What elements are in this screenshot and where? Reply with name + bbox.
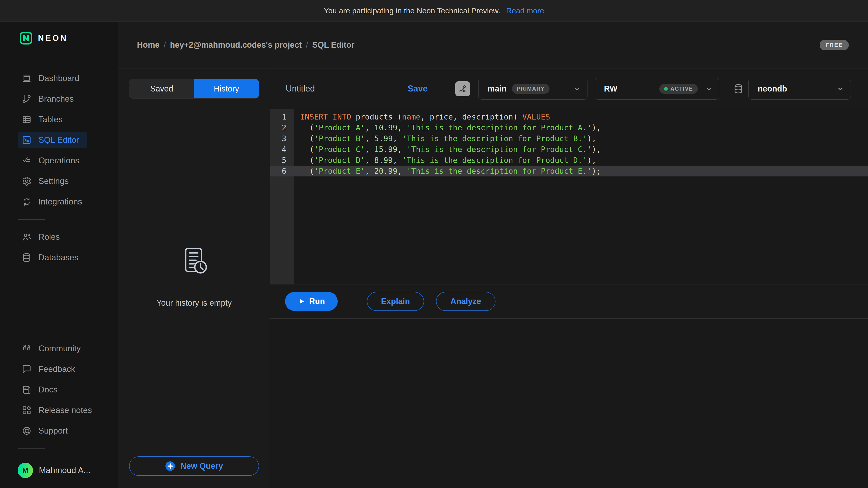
user-menu[interactable]: M Mahmoud A...	[18, 463, 118, 478]
run-button[interactable]: Run	[285, 292, 338, 311]
sidebar-item-label: Settings	[38, 176, 69, 186]
breadcrumb-separator: /	[164, 40, 166, 50]
breadcrumb-separator: /	[306, 40, 308, 50]
sidebar-item-databases[interactable]: Databases	[18, 250, 87, 265]
sidebar-item-integrations[interactable]: Integrations	[18, 194, 90, 210]
sidebar-item-release-notes[interactable]: Release notes	[18, 402, 100, 418]
editor-action-bar: Run Explain Analyze	[270, 284, 868, 319]
plan-badge[interactable]: FREE	[819, 40, 849, 51]
code-line-content: ('Product B', 5.99, 'This is the descrip…	[294, 133, 596, 144]
code-editor[interactable]: 1INSERT INTO products (name, price, desc…	[270, 109, 868, 284]
dashboard-icon	[22, 73, 32, 84]
database-icon	[733, 84, 743, 94]
sidebar: NEON DashboardBranchesTablesSQL EditorOp…	[0, 22, 118, 488]
queries-panel-footer: New Query	[118, 444, 270, 488]
user-name: Mahmoud A...	[39, 466, 90, 475]
tab-saved[interactable]: Saved	[129, 79, 194, 98]
explain-button[interactable]: Explain	[367, 292, 424, 311]
neon-logo[interactable]: NEON	[0, 30, 118, 46]
neon-wordmark: NEON	[38, 33, 68, 43]
plus-circle-icon	[165, 461, 176, 471]
breadcrumb-home[interactable]: Home	[137, 40, 160, 50]
code-line-content: INSERT INTO products (name, price, descr…	[294, 111, 550, 122]
code-line[interactable]: 3 ('Product B', 5.99, 'This is the descr…	[270, 133, 868, 144]
branch-tree-button[interactable]	[455, 81, 470, 96]
sql-editor-pane: Untitled Save main PRIMAR	[270, 68, 868, 488]
code-line-content: ('Product C', 15.99, 'This is the descri…	[294, 144, 601, 155]
code-line[interactable]: 1INSERT INTO products (name, price, desc…	[270, 111, 868, 122]
line-number: 2	[270, 122, 294, 133]
community-icon	[22, 344, 32, 354]
breadcrumb-current-page: SQL Editor	[312, 40, 354, 50]
active-badge-label: ACTIVE	[671, 86, 693, 92]
sidebar-item-label: Tables	[38, 115, 63, 124]
sidebar-item-label: Integrations	[38, 197, 82, 206]
table-icon	[22, 115, 32, 125]
checklist-icon	[22, 156, 32, 166]
divider	[444, 80, 444, 98]
sidebar-item-operations[interactable]: Operations	[18, 153, 88, 168]
sidebar-item-feedback[interactable]: Feedback	[18, 361, 84, 377]
line-number: 1	[270, 111, 294, 122]
sidebar-item-docs[interactable]: Docs	[18, 382, 66, 398]
branch-select[interactable]: main PRIMARY	[478, 78, 587, 100]
integrations-icon	[22, 197, 32, 207]
speech-bubble-icon	[22, 364, 32, 374]
queries-panel: Saved History	[118, 68, 270, 488]
play-icon	[298, 298, 305, 305]
sidebar-item-label: Roles	[38, 232, 60, 242]
sidebar-item-label: Branches	[38, 94, 74, 104]
database-select[interactable]: neondb	[748, 78, 851, 100]
page-header: Home / hey+2@mahmoud.codes's project / S…	[118, 22, 868, 68]
query-title[interactable]: Untitled	[286, 84, 315, 94]
code-line[interactable]: 4 ('Product C', 15.99, 'This is the desc…	[270, 144, 868, 155]
code-line[interactable]: 5 ('Product D', 8.99, 'This is the descr…	[270, 155, 868, 166]
code-line[interactable]: 6 ('Product E', 20.99, 'This is the desc…	[270, 166, 868, 176]
git-branch-icon	[458, 84, 467, 94]
shapes-icon	[22, 405, 32, 415]
lifebuoy-icon	[22, 426, 32, 436]
save-button[interactable]: Save	[408, 84, 428, 94]
line-number: 3	[270, 133, 294, 144]
sidebar-item-sql-editor[interactable]: SQL Editor	[18, 132, 87, 148]
users-icon	[22, 232, 32, 242]
sidebar-item-label: Support	[38, 426, 68, 435]
primary-badge: PRIMARY	[512, 84, 550, 94]
compute-name: RW	[604, 84, 617, 94]
code-line-content: ('Product D', 8.99, 'This is the descrip…	[294, 155, 596, 166]
code-line[interactable]: 2 ('Product A', 10.99, 'This is the desc…	[270, 122, 868, 133]
breadcrumb: Home / hey+2@mahmoud.codes's project / S…	[137, 40, 354, 50]
editor-header: Untitled Save main PRIMAR	[270, 68, 868, 109]
run-label: Run	[309, 297, 325, 306]
saved-history-tabs: Saved History	[129, 79, 259, 98]
banner-text: You are participating in the Neon Techni…	[324, 6, 500, 15]
sidebar-item-dashboard[interactable]: Dashboard	[18, 70, 88, 86]
history-document-clock-icon	[177, 246, 211, 279]
results-area	[270, 319, 868, 488]
tab-history[interactable]: History	[194, 79, 259, 98]
compute-select[interactable]: RW ACTIVE	[595, 78, 719, 100]
analyze-button[interactable]: Analyze	[436, 292, 495, 311]
breadcrumb-project[interactable]: hey+2@mahmoud.codes's project	[170, 40, 302, 50]
sidebar-item-label: Feedback	[38, 364, 75, 374]
docs-icon	[22, 385, 32, 395]
sidebar-item-settings[interactable]: Settings	[18, 173, 77, 189]
read-more-link[interactable]: Read more	[506, 6, 544, 15]
sidebar-item-support[interactable]: Support	[18, 423, 76, 439]
sidebar-item-roles[interactable]: Roles	[18, 229, 68, 245]
line-number: 4	[270, 144, 294, 155]
history-empty-state: Your history is empty	[118, 109, 270, 444]
technical-preview-banner: You are participating in the Neon Techni…	[0, 0, 868, 22]
divider	[352, 293, 353, 310]
sidebar-item-label: Release notes	[38, 405, 92, 415]
sidebar-item-tables[interactable]: Tables	[18, 111, 71, 127]
sidebar-item-branches[interactable]: Branches	[18, 91, 82, 107]
sidebar-item-label: Operations	[38, 156, 79, 165]
sidebar-item-community[interactable]: Community	[18, 341, 89, 357]
new-query-button[interactable]: New Query	[129, 456, 259, 476]
code-line-content: ('Product A', 10.99, 'This is the descri…	[294, 122, 601, 133]
code-line-content: ('Product E', 20.99, 'This is the descri…	[294, 166, 601, 176]
branch-name: main	[488, 84, 506, 94]
neon-logo-icon	[20, 32, 33, 45]
sidebar-item-label: Docs	[38, 385, 57, 394]
